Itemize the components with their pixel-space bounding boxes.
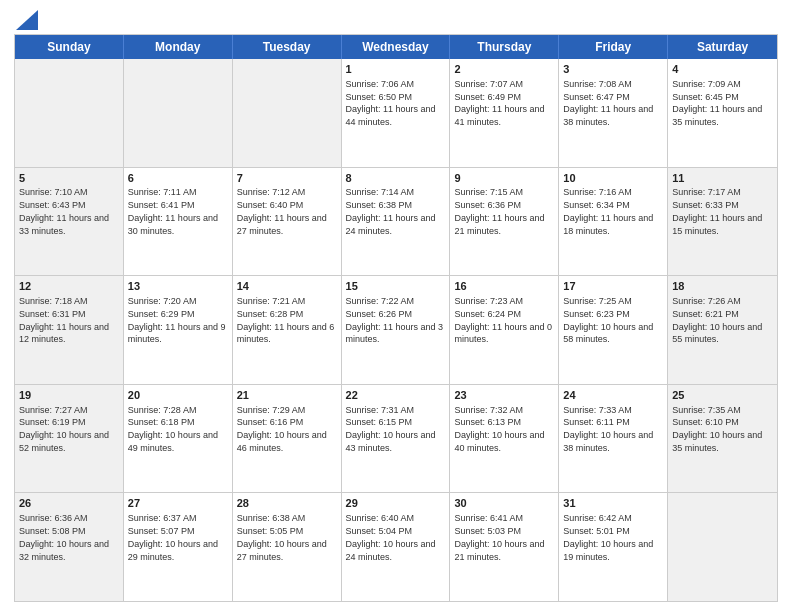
calendar-cell-empty-0-0 (15, 59, 124, 167)
calendar-cell-day-13: 13Sunrise: 7:20 AM Sunset: 6:29 PM Dayli… (124, 276, 233, 384)
calendar-cell-day-5: 5Sunrise: 7:10 AM Sunset: 6:43 PM Daylig… (15, 168, 124, 276)
weekday-header-sunday: Sunday (15, 35, 124, 59)
calendar-cell-day-9: 9Sunrise: 7:15 AM Sunset: 6:36 PM Daylig… (450, 168, 559, 276)
day-number: 14 (237, 279, 337, 294)
day-info: Sunrise: 7:33 AM Sunset: 6:11 PM Dayligh… (563, 405, 653, 453)
weekday-header-wednesday: Wednesday (342, 35, 451, 59)
calendar-body: 1Sunrise: 7:06 AM Sunset: 6:50 PM Daylig… (15, 59, 777, 601)
calendar-cell-day-12: 12Sunrise: 7:18 AM Sunset: 6:31 PM Dayli… (15, 276, 124, 384)
calendar-cell-day-20: 20Sunrise: 7:28 AM Sunset: 6:18 PM Dayli… (124, 385, 233, 493)
day-info: Sunrise: 6:37 AM Sunset: 5:07 PM Dayligh… (128, 513, 218, 561)
day-number: 7 (237, 171, 337, 186)
calendar-cell-day-17: 17Sunrise: 7:25 AM Sunset: 6:23 PM Dayli… (559, 276, 668, 384)
day-number: 19 (19, 388, 119, 403)
calendar-row-1: 5Sunrise: 7:10 AM Sunset: 6:43 PM Daylig… (15, 168, 777, 277)
day-number: 25 (672, 388, 773, 403)
calendar-cell-empty-0-1 (124, 59, 233, 167)
day-number: 3 (563, 62, 663, 77)
day-number: 4 (672, 62, 773, 77)
day-info: Sunrise: 6:41 AM Sunset: 5:03 PM Dayligh… (454, 513, 544, 561)
day-number: 29 (346, 496, 446, 511)
calendar-cell-day-4: 4Sunrise: 7:09 AM Sunset: 6:45 PM Daylig… (668, 59, 777, 167)
day-number: 10 (563, 171, 663, 186)
day-info: Sunrise: 7:07 AM Sunset: 6:49 PM Dayligh… (454, 79, 544, 127)
day-info: Sunrise: 7:06 AM Sunset: 6:50 PM Dayligh… (346, 79, 436, 127)
day-number: 12 (19, 279, 119, 294)
day-number: 5 (19, 171, 119, 186)
day-number: 30 (454, 496, 554, 511)
calendar-cell-day-7: 7Sunrise: 7:12 AM Sunset: 6:40 PM Daylig… (233, 168, 342, 276)
calendar-cell-day-18: 18Sunrise: 7:26 AM Sunset: 6:21 PM Dayli… (668, 276, 777, 384)
day-info: Sunrise: 6:42 AM Sunset: 5:01 PM Dayligh… (563, 513, 653, 561)
calendar-cell-day-2: 2Sunrise: 7:07 AM Sunset: 6:49 PM Daylig… (450, 59, 559, 167)
day-info: Sunrise: 7:28 AM Sunset: 6:18 PM Dayligh… (128, 405, 218, 453)
calendar-cell-day-8: 8Sunrise: 7:14 AM Sunset: 6:38 PM Daylig… (342, 168, 451, 276)
calendar-cell-day-14: 14Sunrise: 7:21 AM Sunset: 6:28 PM Dayli… (233, 276, 342, 384)
calendar-cell-day-19: 19Sunrise: 7:27 AM Sunset: 6:19 PM Dayli… (15, 385, 124, 493)
day-info: Sunrise: 7:08 AM Sunset: 6:47 PM Dayligh… (563, 79, 653, 127)
day-info: Sunrise: 7:27 AM Sunset: 6:19 PM Dayligh… (19, 405, 109, 453)
day-info: Sunrise: 7:29 AM Sunset: 6:16 PM Dayligh… (237, 405, 327, 453)
calendar-cell-day-16: 16Sunrise: 7:23 AM Sunset: 6:24 PM Dayli… (450, 276, 559, 384)
day-number: 23 (454, 388, 554, 403)
calendar-row-3: 19Sunrise: 7:27 AM Sunset: 6:19 PM Dayli… (15, 385, 777, 494)
day-info: Sunrise: 7:32 AM Sunset: 6:13 PM Dayligh… (454, 405, 544, 453)
calendar-cell-day-11: 11Sunrise: 7:17 AM Sunset: 6:33 PM Dayli… (668, 168, 777, 276)
calendar-cell-day-22: 22Sunrise: 7:31 AM Sunset: 6:15 PM Dayli… (342, 385, 451, 493)
header (14, 10, 778, 26)
page: SundayMondayTuesdayWednesdayThursdayFrid… (0, 0, 792, 612)
weekday-header-friday: Friday (559, 35, 668, 59)
day-info: Sunrise: 7:09 AM Sunset: 6:45 PM Dayligh… (672, 79, 762, 127)
day-number: 28 (237, 496, 337, 511)
day-number: 20 (128, 388, 228, 403)
day-info: Sunrise: 7:10 AM Sunset: 6:43 PM Dayligh… (19, 187, 109, 235)
calendar-cell-day-31: 31Sunrise: 6:42 AM Sunset: 5:01 PM Dayli… (559, 493, 668, 601)
svg-marker-0 (16, 10, 38, 30)
calendar-cell-day-26: 26Sunrise: 6:36 AM Sunset: 5:08 PM Dayli… (15, 493, 124, 601)
calendar-row-0: 1Sunrise: 7:06 AM Sunset: 6:50 PM Daylig… (15, 59, 777, 168)
day-info: Sunrise: 7:14 AM Sunset: 6:38 PM Dayligh… (346, 187, 436, 235)
calendar-cell-day-1: 1Sunrise: 7:06 AM Sunset: 6:50 PM Daylig… (342, 59, 451, 167)
day-number: 21 (237, 388, 337, 403)
calendar-cell-day-23: 23Sunrise: 7:32 AM Sunset: 6:13 PM Dayli… (450, 385, 559, 493)
day-info: Sunrise: 7:35 AM Sunset: 6:10 PM Dayligh… (672, 405, 762, 453)
day-info: Sunrise: 7:15 AM Sunset: 6:36 PM Dayligh… (454, 187, 544, 235)
calendar-header: SundayMondayTuesdayWednesdayThursdayFrid… (15, 35, 777, 59)
day-number: 2 (454, 62, 554, 77)
day-number: 15 (346, 279, 446, 294)
day-number: 31 (563, 496, 663, 511)
calendar-cell-day-24: 24Sunrise: 7:33 AM Sunset: 6:11 PM Dayli… (559, 385, 668, 493)
calendar-cell-day-30: 30Sunrise: 6:41 AM Sunset: 5:03 PM Dayli… (450, 493, 559, 601)
logo (14, 10, 38, 26)
day-info: Sunrise: 7:21 AM Sunset: 6:28 PM Dayligh… (237, 296, 335, 344)
weekday-header-tuesday: Tuesday (233, 35, 342, 59)
day-info: Sunrise: 6:40 AM Sunset: 5:04 PM Dayligh… (346, 513, 436, 561)
calendar-cell-day-29: 29Sunrise: 6:40 AM Sunset: 5:04 PM Dayli… (342, 493, 451, 601)
day-number: 1 (346, 62, 446, 77)
calendar-row-4: 26Sunrise: 6:36 AM Sunset: 5:08 PM Dayli… (15, 493, 777, 601)
day-info: Sunrise: 6:36 AM Sunset: 5:08 PM Dayligh… (19, 513, 109, 561)
weekday-header-monday: Monday (124, 35, 233, 59)
day-info: Sunrise: 7:11 AM Sunset: 6:41 PM Dayligh… (128, 187, 218, 235)
calendar-cell-day-28: 28Sunrise: 6:38 AM Sunset: 5:05 PM Dayli… (233, 493, 342, 601)
calendar-cell-empty-4-6 (668, 493, 777, 601)
day-info: Sunrise: 7:26 AM Sunset: 6:21 PM Dayligh… (672, 296, 762, 344)
weekday-header-saturday: Saturday (668, 35, 777, 59)
day-info: Sunrise: 7:31 AM Sunset: 6:15 PM Dayligh… (346, 405, 436, 453)
day-info: Sunrise: 7:23 AM Sunset: 6:24 PM Dayligh… (454, 296, 552, 344)
calendar: SundayMondayTuesdayWednesdayThursdayFrid… (14, 34, 778, 602)
day-number: 9 (454, 171, 554, 186)
day-number: 18 (672, 279, 773, 294)
calendar-cell-empty-0-2 (233, 59, 342, 167)
day-info: Sunrise: 7:12 AM Sunset: 6:40 PM Dayligh… (237, 187, 327, 235)
day-number: 6 (128, 171, 228, 186)
day-number: 11 (672, 171, 773, 186)
calendar-cell-day-3: 3Sunrise: 7:08 AM Sunset: 6:47 PM Daylig… (559, 59, 668, 167)
weekday-header-thursday: Thursday (450, 35, 559, 59)
day-info: Sunrise: 7:16 AM Sunset: 6:34 PM Dayligh… (563, 187, 653, 235)
day-number: 16 (454, 279, 554, 294)
calendar-row-2: 12Sunrise: 7:18 AM Sunset: 6:31 PM Dayli… (15, 276, 777, 385)
calendar-cell-day-25: 25Sunrise: 7:35 AM Sunset: 6:10 PM Dayli… (668, 385, 777, 493)
day-info: Sunrise: 7:18 AM Sunset: 6:31 PM Dayligh… (19, 296, 109, 344)
calendar-cell-day-10: 10Sunrise: 7:16 AM Sunset: 6:34 PM Dayli… (559, 168, 668, 276)
